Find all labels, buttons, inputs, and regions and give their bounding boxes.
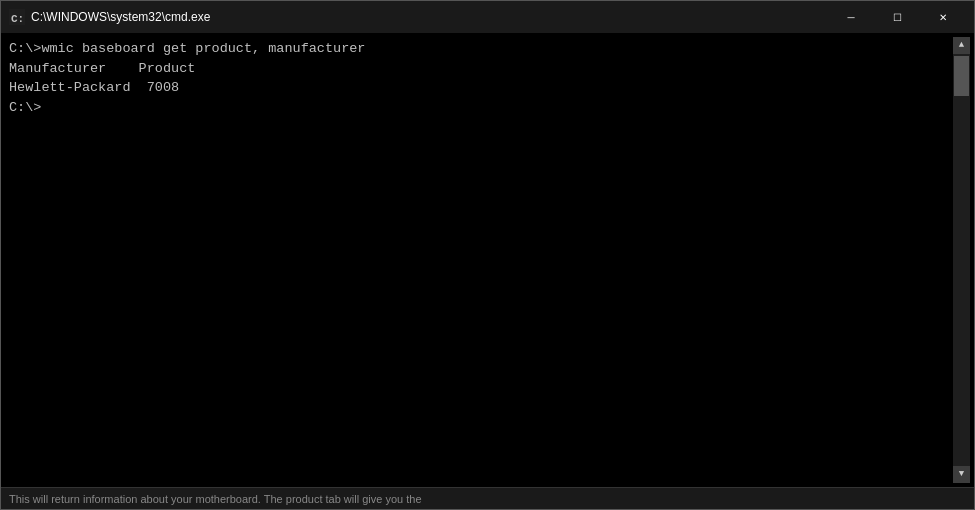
status-text: This will return information about your … <box>9 493 422 505</box>
minimize-button[interactable]: ─ <box>828 1 874 33</box>
titlebar: C: C:\WINDOWS\system32\cmd.exe ─ ☐ ✕ <box>1 1 974 33</box>
scrollbar-track[interactable] <box>953 54 970 466</box>
scroll-down-button[interactable]: ▼ <box>953 466 970 483</box>
terminal-line: Hewlett-Packard 7008 <box>9 78 949 98</box>
terminal-line: C:\>wmic baseboard get product, manufact… <box>9 39 949 59</box>
close-button[interactable]: ✕ <box>920 1 966 33</box>
maximize-button[interactable]: ☐ <box>874 1 920 33</box>
scroll-up-button[interactable]: ▲ <box>953 37 970 54</box>
terminal-content: C:\>wmic baseboard get product, manufact… <box>5 37 953 483</box>
window-controls: ─ ☐ ✕ <box>828 1 966 33</box>
terminal-body[interactable]: C:\>wmic baseboard get product, manufact… <box>1 33 974 487</box>
terminal-line: C:\> <box>9 98 949 118</box>
status-bar: This will return information about your … <box>1 487 974 509</box>
cmd-window: C: C:\WINDOWS\system32\cmd.exe ─ ☐ ✕ C:\… <box>0 0 975 510</box>
window-title: C:\WINDOWS\system32\cmd.exe <box>31 10 828 24</box>
terminal-line: Manufacturer Product <box>9 59 949 79</box>
svg-text:C:: C: <box>11 13 24 25</box>
scrollbar-thumb[interactable] <box>954 56 969 96</box>
cmd-icon: C: <box>9 9 25 25</box>
scrollbar[interactable]: ▲ ▼ <box>953 37 970 483</box>
